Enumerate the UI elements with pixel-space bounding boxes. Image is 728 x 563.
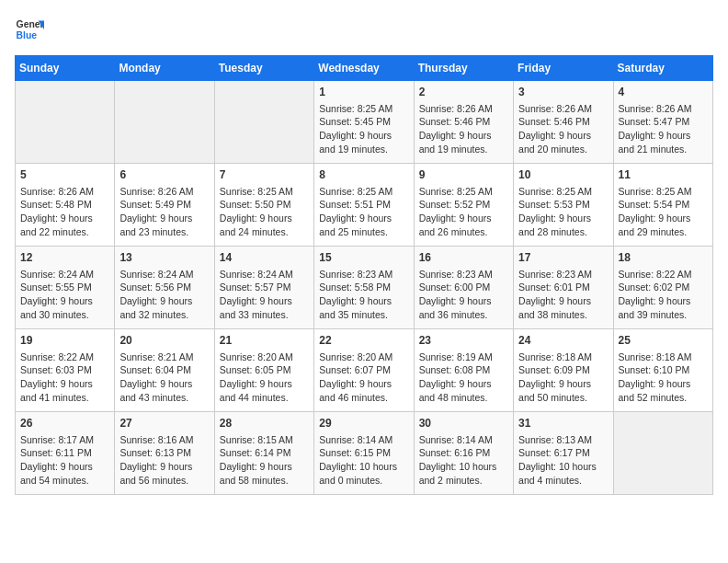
cell-week4-day5: 23Sunrise: 8:19 AM Sunset: 6:08 PM Dayli… — [414, 329, 513, 412]
day-number: 14 — [220, 250, 309, 266]
day-info: Sunrise: 8:25 AM Sunset: 5:51 PM Dayligh… — [319, 185, 408, 239]
cell-week3-day7: 18Sunrise: 8:22 AM Sunset: 6:02 PM Dayli… — [613, 247, 712, 329]
day-info: Sunrise: 8:25 AM Sunset: 5:50 PM Dayligh… — [220, 185, 309, 239]
day-info: Sunrise: 8:24 AM Sunset: 5:56 PM Dayligh… — [119, 268, 209, 322]
day-number: 28 — [220, 416, 309, 431]
day-number: 21 — [220, 333, 309, 349]
day-info: Sunrise: 8:18 AM Sunset: 6:10 PM Dayligh… — [619, 350, 708, 405]
day-info: Sunrise: 8:22 AM Sunset: 6:03 PM Dayligh… — [20, 350, 109, 405]
day-number: 3 — [518, 85, 608, 100]
day-info: Sunrise: 8:25 AM Sunset: 5:53 PM Dayligh… — [518, 185, 608, 239]
cell-week4-day2: 20Sunrise: 8:21 AM Sunset: 6:04 PM Dayli… — [115, 329, 214, 412]
cell-week5-day6: 31Sunrise: 8:13 AM Sunset: 6:17 PM Dayli… — [514, 412, 613, 495]
day-info: Sunrise: 8:20 AM Sunset: 6:05 PM Dayligh… — [220, 350, 309, 405]
cell-week4-day4: 22Sunrise: 8:20 AM Sunset: 6:07 PM Dayli… — [314, 329, 414, 412]
day-number: 31 — [518, 416, 608, 431]
logo: General Blue — [15, 15, 44, 44]
day-number: 24 — [518, 333, 608, 349]
day-number: 19 — [20, 333, 109, 349]
day-info: Sunrise: 8:19 AM Sunset: 6:08 PM Dayligh… — [419, 350, 508, 405]
cell-week3-day2: 13Sunrise: 8:24 AM Sunset: 5:56 PM Dayli… — [115, 247, 214, 329]
header-wednesday: Wednesday — [314, 56, 414, 81]
svg-text:Blue: Blue — [17, 30, 38, 40]
day-number: 11 — [619, 167, 708, 183]
cell-week2-day2: 6Sunrise: 8:26 AM Sunset: 5:49 PM Daylig… — [115, 164, 214, 247]
day-info: Sunrise: 8:18 AM Sunset: 6:09 PM Dayligh… — [518, 350, 608, 405]
cell-week4-day1: 19Sunrise: 8:22 AM Sunset: 6:03 PM Dayli… — [16, 329, 115, 412]
calendar-table: SundayMondayTuesdayWednesdayThursdayFrid… — [15, 55, 713, 495]
day-info: Sunrise: 8:26 AM Sunset: 5:46 PM Dayligh… — [518, 102, 608, 156]
day-number: 10 — [518, 167, 608, 183]
day-info: Sunrise: 8:16 AM Sunset: 6:13 PM Dayligh… — [119, 433, 209, 488]
day-number: 13 — [119, 250, 209, 266]
header-monday: Monday — [115, 56, 214, 81]
day-number: 30 — [419, 416, 508, 431]
page-header: General Blue — [15, 15, 713, 44]
header-tuesday: Tuesday — [214, 56, 313, 81]
header-sunday: Sunday — [16, 56, 115, 81]
cell-week2-day1: 5Sunrise: 8:26 AM Sunset: 5:48 PM Daylig… — [16, 164, 115, 247]
cell-week1-day5: 2Sunrise: 8:26 AM Sunset: 5:46 PM Daylig… — [414, 81, 513, 164]
cell-week3-day3: 14Sunrise: 8:24 AM Sunset: 5:57 PM Dayli… — [214, 247, 313, 329]
day-number: 4 — [619, 85, 708, 100]
cell-week5-day1: 26Sunrise: 8:17 AM Sunset: 6:11 PM Dayli… — [16, 412, 115, 495]
logo-icon: General Blue — [15, 15, 44, 44]
cell-week5-day5: 30Sunrise: 8:14 AM Sunset: 6:16 PM Dayli… — [414, 412, 513, 495]
day-number: 18 — [619, 250, 708, 266]
cell-week1-day3 — [214, 81, 313, 164]
week-row-4: 19Sunrise: 8:22 AM Sunset: 6:03 PM Dayli… — [16, 329, 713, 412]
day-info: Sunrise: 8:23 AM Sunset: 6:01 PM Dayligh… — [518, 268, 608, 322]
day-info: Sunrise: 8:20 AM Sunset: 6:07 PM Dayligh… — [319, 350, 408, 405]
day-info: Sunrise: 8:25 AM Sunset: 5:54 PM Dayligh… — [619, 185, 708, 239]
day-info: Sunrise: 8:24 AM Sunset: 5:55 PM Dayligh… — [20, 268, 109, 322]
header-thursday: Thursday — [414, 56, 513, 81]
cell-week2-day5: 9Sunrise: 8:25 AM Sunset: 5:52 PM Daylig… — [414, 164, 513, 247]
day-info: Sunrise: 8:21 AM Sunset: 6:04 PM Dayligh… — [119, 350, 209, 405]
week-row-1: 1Sunrise: 8:25 AM Sunset: 5:45 PM Daylig… — [16, 81, 713, 164]
day-number: 20 — [119, 333, 209, 349]
day-info: Sunrise: 8:24 AM Sunset: 5:57 PM Dayligh… — [220, 268, 309, 322]
cell-week5-day7 — [613, 412, 712, 495]
week-row-5: 26Sunrise: 8:17 AM Sunset: 6:11 PM Dayli… — [16, 412, 713, 495]
day-number: 17 — [518, 250, 608, 266]
days-header-row: SundayMondayTuesdayWednesdayThursdayFrid… — [16, 56, 713, 81]
cell-week1-day7: 4Sunrise: 8:26 AM Sunset: 5:47 PM Daylig… — [613, 81, 712, 164]
cell-week5-day2: 27Sunrise: 8:16 AM Sunset: 6:13 PM Dayli… — [115, 412, 214, 495]
day-number: 9 — [419, 167, 508, 183]
day-number: 26 — [20, 416, 109, 431]
cell-week2-day3: 7Sunrise: 8:25 AM Sunset: 5:50 PM Daylig… — [214, 164, 313, 247]
day-info: Sunrise: 8:14 AM Sunset: 6:16 PM Dayligh… — [419, 433, 508, 488]
day-info: Sunrise: 8:15 AM Sunset: 6:14 PM Dayligh… — [220, 433, 309, 488]
day-info: Sunrise: 8:17 AM Sunset: 6:11 PM Dayligh… — [20, 433, 109, 488]
cell-week4-day3: 21Sunrise: 8:20 AM Sunset: 6:05 PM Dayli… — [214, 329, 313, 412]
cell-week3-day6: 17Sunrise: 8:23 AM Sunset: 6:01 PM Dayli… — [514, 247, 613, 329]
cell-week2-day6: 10Sunrise: 8:25 AM Sunset: 5:53 PM Dayli… — [514, 164, 613, 247]
day-info: Sunrise: 8:25 AM Sunset: 5:52 PM Dayligh… — [419, 185, 508, 239]
header-friday: Friday — [514, 56, 613, 81]
header-saturday: Saturday — [613, 56, 712, 81]
day-info: Sunrise: 8:22 AM Sunset: 6:02 PM Dayligh… — [619, 268, 708, 322]
day-info: Sunrise: 8:13 AM Sunset: 6:17 PM Dayligh… — [518, 433, 608, 488]
day-number: 2 — [419, 85, 508, 100]
cell-week1-day2 — [115, 81, 214, 164]
day-number: 16 — [419, 250, 508, 266]
cell-week4-day7: 25Sunrise: 8:18 AM Sunset: 6:10 PM Dayli… — [613, 329, 712, 412]
cell-week4-day6: 24Sunrise: 8:18 AM Sunset: 6:09 PM Dayli… — [514, 329, 613, 412]
day-info: Sunrise: 8:23 AM Sunset: 6:00 PM Dayligh… — [419, 268, 508, 322]
day-number: 8 — [319, 167, 408, 183]
cell-week5-day4: 29Sunrise: 8:14 AM Sunset: 6:15 PM Dayli… — [314, 412, 414, 495]
cell-week1-day1 — [16, 81, 115, 164]
cell-week1-day4: 1Sunrise: 8:25 AM Sunset: 5:45 PM Daylig… — [314, 81, 414, 164]
day-info: Sunrise: 8:25 AM Sunset: 5:45 PM Dayligh… — [319, 102, 408, 156]
cell-week3-day4: 15Sunrise: 8:23 AM Sunset: 5:58 PM Dayli… — [314, 247, 414, 329]
day-info: Sunrise: 8:26 AM Sunset: 5:47 PM Dayligh… — [619, 102, 708, 156]
day-number: 27 — [119, 416, 209, 431]
cell-week5-day3: 28Sunrise: 8:15 AM Sunset: 6:14 PM Dayli… — [214, 412, 313, 495]
day-info: Sunrise: 8:26 AM Sunset: 5:46 PM Dayligh… — [419, 102, 508, 156]
week-row-2: 5Sunrise: 8:26 AM Sunset: 5:48 PM Daylig… — [16, 164, 713, 247]
cell-week2-day7: 11Sunrise: 8:25 AM Sunset: 5:54 PM Dayli… — [613, 164, 712, 247]
day-info: Sunrise: 8:14 AM Sunset: 6:15 PM Dayligh… — [319, 433, 408, 488]
cell-week3-day1: 12Sunrise: 8:24 AM Sunset: 5:55 PM Dayli… — [16, 247, 115, 329]
day-number: 12 — [20, 250, 109, 266]
day-number: 7 — [220, 167, 309, 183]
